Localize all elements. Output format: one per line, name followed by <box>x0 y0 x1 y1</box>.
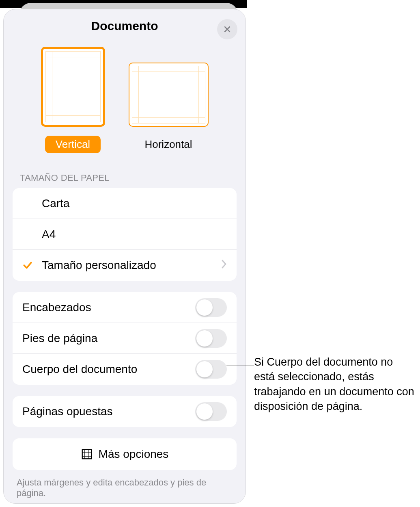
facing-label: Páginas opuestas <box>22 405 195 418</box>
document-toggles: Encabezados Pies de página Cuerpo del do… <box>13 292 237 385</box>
orientation-horizontal-label: Horizontal <box>134 136 202 153</box>
footer-note: Ajusta márgenes y edita encabezados y pi… <box>4 470 246 498</box>
panel-header: Documento <box>4 9 246 43</box>
orientation-horizontal[interactable]: Horizontal <box>129 47 209 153</box>
paper-size-letter[interactable]: Carta <box>13 188 237 219</box>
close-button[interactable] <box>217 19 237 39</box>
paper-size-list: Carta A4 Tamaño personalizado <box>13 188 237 281</box>
panel-title: Documento <box>91 19 158 33</box>
paper-size-header: Tamaño del papel <box>4 153 246 188</box>
toggle-row-footers: Pies de página <box>13 323 237 354</box>
check-custom <box>22 260 42 271</box>
margins-icon <box>81 448 93 460</box>
toggle-row-facing: Páginas opuestas <box>13 396 237 427</box>
paper-size-a4-label: A4 <box>42 228 227 241</box>
headers-toggle[interactable] <box>195 298 227 317</box>
paper-size-a4[interactable]: A4 <box>13 219 237 250</box>
paper-size-custom[interactable]: Tamaño personalizado <box>13 250 237 281</box>
svg-rect-0 <box>82 450 91 459</box>
toggle-row-headers: Encabezados <box>13 292 237 323</box>
more-options-label: Más opciones <box>99 448 169 461</box>
body-label: Cuerpo del documento <box>22 363 195 376</box>
more-options-button[interactable]: Más opciones <box>13 438 237 470</box>
orientation-vertical[interactable]: Vertical <box>41 47 105 153</box>
facing-pages-group: Páginas opuestas <box>13 396 237 427</box>
landscape-thumb <box>129 63 209 127</box>
footers-label: Pies de página <box>22 332 195 345</box>
footers-toggle[interactable] <box>195 329 227 348</box>
chevron-right-icon <box>221 259 227 272</box>
facing-toggle[interactable] <box>195 402 227 421</box>
document-settings-panel: Documento Vertical Horizontal Tamaño <box>3 9 246 504</box>
close-icon <box>223 25 231 33</box>
checkmark-icon <box>22 260 33 271</box>
headers-label: Encabezados <box>22 301 195 314</box>
orientation-vertical-label: Vertical <box>45 136 101 153</box>
orientation-selector: Vertical Horizontal <box>4 43 246 153</box>
callout-leader-line <box>226 366 254 366</box>
callout-text: Si Cuerpo del documento no está seleccio… <box>254 355 416 414</box>
body-toggle[interactable] <box>195 360 227 379</box>
portrait-thumb <box>41 47 105 127</box>
paper-size-custom-label: Tamaño personalizado <box>42 259 221 272</box>
paper-size-letter-label: Carta <box>42 197 227 210</box>
toggle-row-body: Cuerpo del documento <box>13 354 237 385</box>
